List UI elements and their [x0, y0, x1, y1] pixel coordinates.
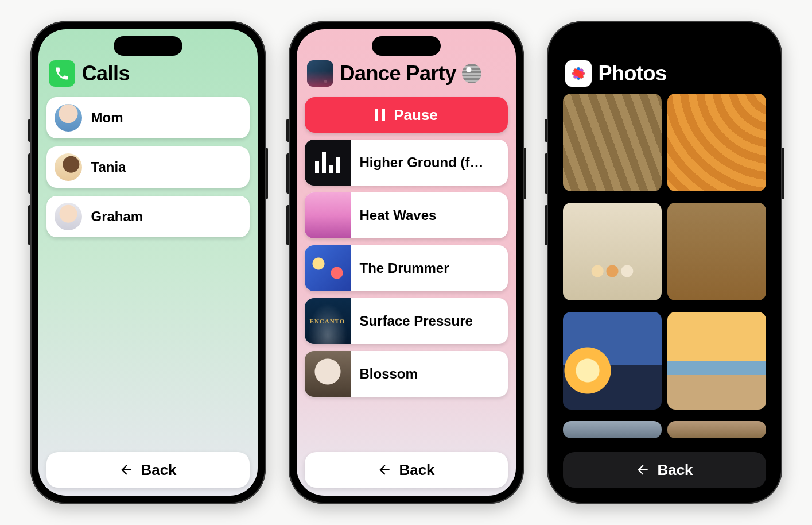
photo-tile[interactable]	[667, 312, 766, 410]
photo-tile[interactable]	[667, 203, 766, 300]
album-art	[305, 140, 351, 186]
song-title: Surface Pressure	[351, 313, 479, 329]
song-row[interactable]: ENCANTO Surface Pressure	[305, 298, 508, 344]
arrow-left-icon	[119, 462, 134, 477]
photos-flower-icon	[569, 64, 588, 83]
encanto-text: ENCANTO	[310, 318, 345, 325]
back-label: Back	[657, 461, 693, 479]
arrow-left-icon	[635, 462, 650, 477]
photo-tile[interactable]	[563, 421, 662, 438]
dynamic-island	[372, 36, 441, 56]
playlist-art-icon	[307, 60, 333, 87]
back-bar: Back	[38, 444, 258, 496]
avatar	[55, 104, 82, 132]
svg-rect-0	[375, 109, 378, 121]
back-bar: Back	[555, 444, 774, 496]
album-art: ENCANTO	[305, 298, 351, 344]
contact-name: Tania	[91, 159, 126, 175]
song-row[interactable]: Higher Ground (f…	[305, 140, 508, 186]
phone-frame-calls: Calls Mom Tania Graham Back	[30, 21, 266, 504]
song-title: Higher Ground (f…	[351, 155, 489, 171]
contact-name: Graham	[91, 209, 143, 225]
pause-label: Pause	[394, 106, 438, 124]
album-art	[305, 192, 351, 238]
pause-icon	[374, 108, 386, 122]
contact-row[interactable]: Mom	[46, 97, 250, 138]
song-row[interactable]: Heat Waves	[305, 192, 508, 238]
back-bar: Back	[297, 444, 516, 496]
back-button[interactable]: Back	[563, 452, 766, 488]
contacts-list: Mom Tania Graham	[38, 94, 258, 444]
contact-row[interactable]: Tania	[46, 146, 250, 188]
screen-music: Dance Party Pause Higher Ground (f… Heat…	[297, 29, 516, 496]
equalizer-icon	[315, 152, 340, 173]
svg-rect-1	[382, 109, 385, 121]
phone-frame-photos: Photos Back	[547, 21, 782, 504]
screen-calls: Calls Mom Tania Graham Back	[38, 29, 258, 496]
photo-tile[interactable]	[563, 94, 662, 191]
phone-frame-music: Dance Party Pause Higher Ground (f… Heat…	[289, 21, 524, 504]
photo-tile[interactable]	[563, 203, 662, 300]
phone-icon	[54, 65, 70, 82]
avatar	[55, 153, 82, 181]
page-title: Photos	[599, 61, 667, 86]
photos-app-icon	[565, 60, 592, 87]
avatar	[55, 203, 82, 230]
music-content: Pause Higher Ground (f… Heat Waves The D…	[297, 94, 516, 444]
back-button[interactable]: Back	[46, 452, 250, 488]
photo-tile[interactable]	[667, 421, 766, 438]
pause-button[interactable]: Pause	[305, 97, 508, 133]
arrow-left-icon	[377, 462, 392, 477]
dynamic-island	[114, 36, 182, 56]
song-title: Heat Waves	[351, 207, 442, 223]
song-row[interactable]: The Drummer	[305, 245, 508, 291]
back-label: Back	[399, 461, 434, 479]
phone-app-icon	[49, 60, 75, 87]
page-title: Dance Party	[340, 61, 457, 86]
dynamic-island	[630, 36, 699, 56]
song-title: The Drummer	[351, 260, 455, 276]
photos-grid	[555, 94, 774, 444]
page-title: Calls	[82, 61, 130, 86]
photo-tile[interactable]	[667, 94, 766, 191]
song-title: Blossom	[351, 366, 424, 382]
album-art	[305, 245, 351, 291]
disco-ball-icon	[462, 64, 481, 83]
back-label: Back	[141, 461, 176, 479]
contact-name: Mom	[91, 110, 123, 126]
screen-photos: Photos Back	[555, 29, 774, 496]
photo-tile[interactable]	[563, 312, 662, 410]
contact-row[interactable]: Graham	[46, 196, 250, 237]
album-art	[305, 351, 351, 397]
back-button[interactable]: Back	[305, 452, 508, 488]
song-row[interactable]: Blossom	[305, 351, 508, 397]
